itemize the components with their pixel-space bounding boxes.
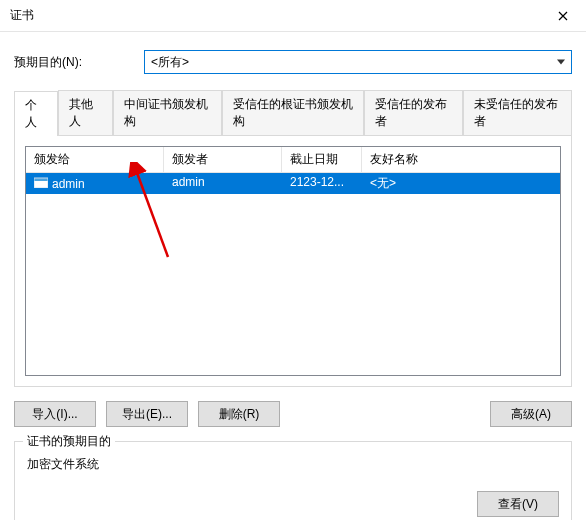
tab-trusted-publishers[interactable]: 受信任的发布者	[364, 90, 462, 135]
purpose-selected: <所有>	[151, 54, 189, 71]
col-expires[interactable]: 截止日期	[282, 147, 362, 172]
export-button[interactable]: 导出(E)...	[106, 401, 188, 427]
cell-friendly: <无>	[362, 173, 560, 194]
tab-trusted-root-ca[interactable]: 受信任的根证书颁发机构	[222, 90, 364, 135]
window-title: 证书	[10, 7, 540, 24]
purpose-label: 预期目的(N):	[14, 54, 144, 71]
purpose-text: 加密文件系统	[27, 456, 559, 473]
tab-intermediate-ca[interactable]: 中间证书颁发机构	[113, 90, 222, 135]
remove-button[interactable]: 删除(R)	[198, 401, 280, 427]
tab-untrusted-publishers[interactable]: 未受信任的发布者	[463, 90, 572, 135]
list-row[interactable]: admin admin 2123-12... <无>	[26, 173, 560, 194]
list-pane: 颁发给 颁发者 截止日期 友好名称 admin admin 2123-12...…	[14, 136, 572, 387]
button-row: 导入(I)... 导出(E)... 删除(R) 高级(A)	[14, 401, 572, 427]
import-button[interactable]: 导入(I)...	[14, 401, 96, 427]
cell-issued-by: admin	[164, 173, 282, 194]
col-friendly-name[interactable]: 友好名称	[362, 147, 560, 172]
col-issued-to[interactable]: 颁发给	[26, 147, 164, 172]
tab-personal[interactable]: 个人	[14, 91, 58, 136]
tab-strip: 个人 其他人 中间证书颁发机构 受信任的根证书颁发机构 受信任的发布者 未受信任…	[14, 90, 572, 136]
group-title: 证书的预期目的	[23, 433, 115, 450]
tab-other-people[interactable]: 其他人	[58, 90, 113, 135]
close-button[interactable]	[540, 0, 586, 32]
purpose-group: 证书的预期目的 加密文件系统 查看(V)	[14, 441, 572, 520]
certificate-list[interactable]: 颁发给 颁发者 截止日期 友好名称 admin admin 2123-12...…	[25, 146, 561, 376]
close-icon	[558, 8, 568, 24]
cell-issued-to: admin	[52, 177, 85, 191]
view-button[interactable]: 查看(V)	[477, 491, 559, 517]
list-header: 颁发给 颁发者 截止日期 友好名称	[26, 147, 560, 173]
title-bar: 证书	[0, 0, 586, 32]
col-issued-by[interactable]: 颁发者	[164, 147, 282, 172]
certificate-icon	[34, 176, 48, 191]
purpose-dropdown[interactable]: <所有>	[144, 50, 572, 74]
purpose-row: 预期目的(N): <所有>	[14, 50, 572, 74]
advanced-button[interactable]: 高级(A)	[490, 401, 572, 427]
cell-expires: 2123-12...	[282, 173, 362, 194]
chevron-down-icon	[557, 60, 565, 65]
